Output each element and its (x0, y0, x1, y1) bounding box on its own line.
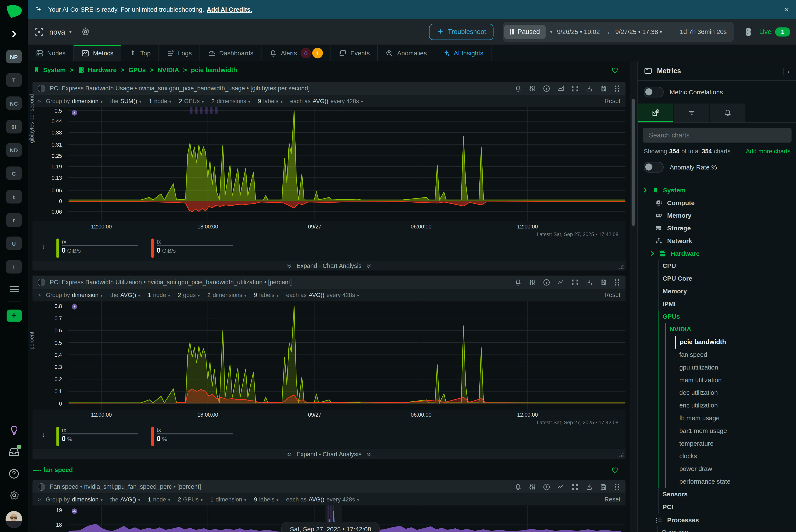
tree-item-mem-utilization[interactable]: mem utilization (675, 374, 796, 387)
netdata-logo-icon[interactable] (5, 3, 23, 21)
time-picker[interactable]: Paused ▾ 9/26/25 • 10:02 → 9/27/25 • 17:… (503, 22, 734, 42)
chart-type-area-icon[interactable] (557, 84, 565, 92)
anomaly-rate-icon[interactable] (71, 508, 78, 515)
chevron-right-icon[interactable] (642, 187, 647, 193)
tree-item-network[interactable]: Network (638, 234, 796, 247)
tree-item-fb-mem-usage[interactable]: fb mem usage (675, 412, 796, 425)
space-button-t[interactable]: t (6, 190, 22, 204)
save-icon[interactable] (600, 483, 607, 490)
filter-sliders-icon[interactable] (529, 483, 536, 490)
tab-logs[interactable]: Logs (159, 45, 200, 61)
workspace-name[interactable]: nova (49, 27, 65, 36)
space-button-i[interactable]: i (6, 260, 22, 274)
chart-control-dropdown[interactable]: 1dimension▾ (210, 496, 246, 502)
chart-control-dropdown[interactable]: each asAVG()every 428s▾ (290, 98, 363, 104)
dimensions-toggle-icon[interactable] (38, 278, 45, 286)
sort-dimensions-icon[interactable]: ↓ (42, 431, 45, 438)
favorite-heart-icon[interactable] (611, 66, 619, 74)
tree-item-power-draw[interactable]: power draw (675, 463, 796, 476)
chart-control-dropdown[interactable]: Group bydimension▾ (46, 496, 103, 502)
collapse-sidebar-icon[interactable]: |→ (782, 67, 791, 75)
legend-item-rx[interactable]: rx0GiB/s (56, 239, 150, 258)
main-scrollbar[interactable] (630, 61, 637, 532)
anomaly-rate-icon[interactable] (71, 109, 78, 117)
info-icon[interactable] (543, 84, 551, 92)
tree-item-pci[interactable]: PCI (659, 501, 796, 514)
chart-type-line-icon[interactable] (557, 483, 565, 490)
tab-alerts[interactable]: Alerts 0 1 (261, 45, 331, 61)
download-icon[interactable] (586, 84, 593, 92)
tree-item-fan-speed[interactable]: fan speed (675, 349, 796, 361)
chart-control-dropdown[interactable]: each asAVG()every 428s▾ (286, 292, 359, 298)
breadcrumb[interactable]: System> Hardware> GPUs> NVIDIA> pcie ban… (28, 61, 630, 78)
chart-control-dropdown[interactable]: 2dimensions▾ (211, 98, 250, 104)
legend-item-rx[interactable]: rx0% (56, 427, 150, 446)
filter-sliders-icon[interactable] (529, 278, 536, 286)
plot-area[interactable] (69, 107, 626, 221)
dimensions-toggle-icon[interactable] (38, 84, 45, 92)
plot-area[interactable] (69, 301, 626, 410)
space-button-0I[interactable]: 0I (6, 120, 22, 134)
space-button-NC[interactable]: NC (6, 96, 22, 110)
download-icon[interactable] (586, 278, 593, 286)
reset-button[interactable]: Reset (605, 496, 621, 503)
chart-type-line-icon[interactable] (557, 278, 565, 286)
tab-nodes[interactable]: Nodes (28, 45, 74, 61)
tree-item-temperature[interactable]: temperature (675, 437, 796, 450)
chart-control-dropdown[interactable]: 2dimensions▾ (207, 292, 246, 298)
reset-button[interactable]: Reset (605, 97, 621, 104)
tab-anomalies[interactable]: Anomalies (378, 45, 435, 61)
chevron-down-icon[interactable]: ▾ (550, 29, 552, 34)
collapse-controls-icon[interactable]: >| (38, 292, 41, 298)
chart-control-dropdown[interactable]: 2gpus▾ (178, 292, 200, 298)
expand-rail-icon[interactable] (11, 31, 17, 38)
chevron-right-icon[interactable] (649, 251, 654, 256)
tree-item-memory-hw[interactable]: Memory (659, 285, 796, 298)
settings-gear-icon[interactable] (8, 490, 20, 501)
bell-icon[interactable] (514, 278, 522, 286)
chart-control-dropdown[interactable]: 9labels▾ (254, 496, 278, 502)
tab-dashboards[interactable]: Dashboards (200, 45, 261, 61)
collapse-controls-icon[interactable]: >| (38, 98, 41, 104)
tree-item-enc-utilization[interactable]: enc utilization (675, 399, 796, 412)
space-button-ND[interactable]: ND (6, 143, 22, 157)
nodes-status-icon[interactable] (745, 27, 755, 37)
bell-icon[interactable] (514, 84, 522, 92)
fullscreen-icon[interactable] (571, 278, 579, 286)
troubleshoot-button[interactable]: Troubleshoot (429, 23, 494, 40)
expand-chart-analysis[interactable]: Expand - Chart Analysis (33, 261, 625, 270)
search-charts-input[interactable] (648, 131, 786, 139)
tree-item-storage[interactable]: Storage (638, 222, 796, 234)
tree-item-performance-state[interactable]: performance state (675, 476, 796, 488)
download-icon[interactable] (586, 483, 593, 490)
chart-control-dropdown[interactable]: 9labels▾ (254, 292, 279, 298)
chart-control-dropdown[interactable]: 1node▾ (149, 98, 171, 104)
tree-item-pcie-bandwidth[interactable]: pcie bandwidth (675, 336, 796, 349)
tree-item-cpu-core[interactable]: CPU Core (659, 272, 796, 285)
tree-item-sensors[interactable]: Sensors (659, 488, 796, 501)
tree-item-ipmi[interactable]: IPMI (659, 298, 796, 310)
chart-control-dropdown[interactable]: 9labels▾ (258, 98, 282, 104)
tree-item-gpu-utilization[interactable]: gpu utilization (675, 361, 796, 374)
chart-control-dropdown[interactable]: Group bydimension▾ (46, 292, 103, 298)
tree-item-memory[interactable]: Memory (638, 209, 796, 222)
tree-item-hardware[interactable]: Hardware (638, 247, 796, 260)
tree-item-clocks[interactable]: clocks (675, 450, 796, 463)
space-button-C[interactable]: C (6, 167, 22, 180)
tab-charts[interactable] (638, 103, 673, 122)
space-button-t[interactable]: t (6, 213, 22, 227)
drag-handle-icon[interactable] (614, 483, 621, 490)
chart-control-dropdown[interactable]: each asAVG()every 428s▾ (286, 496, 359, 502)
space-button-NP[interactable]: NP (6, 50, 22, 63)
space-button-U[interactable]: U (6, 236, 22, 250)
space-button-T[interactable]: T (6, 73, 22, 87)
tab-ai-insights[interactable]: AI Insights (435, 45, 492, 61)
legend-item-tx[interactable]: tx0GiB/s (151, 239, 245, 258)
live-label[interactable]: Live (759, 28, 771, 36)
info-icon[interactable] (543, 278, 551, 286)
tree-item-system[interactable]: System (638, 184, 796, 196)
fullscreen-icon[interactable] (571, 483, 579, 490)
collapse-controls-icon[interactable]: >| (38, 496, 41, 502)
chart-control-dropdown[interactable]: 1node▾ (148, 496, 170, 502)
chart-control-dropdown[interactable]: theAVG()▾ (110, 496, 140, 502)
